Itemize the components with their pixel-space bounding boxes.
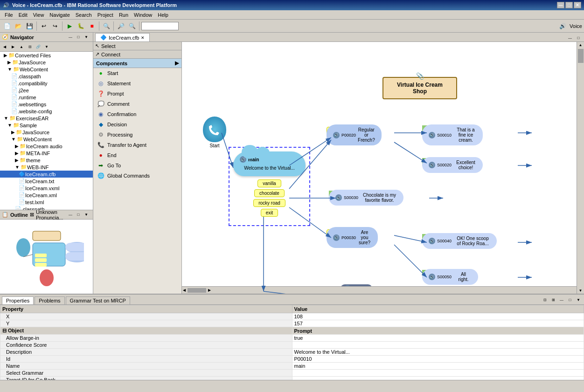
tree-item-websiteconfig-1[interactable]: 📄 .website-config: [0, 108, 93, 115]
prop-x-value[interactable]: 108: [292, 313, 584, 320]
outline-dropdown[interactable]: ▼: [83, 211, 90, 219]
s00010-node[interactable]: 🔊 S00010 That is a fine ice cream. main: [422, 124, 444, 133]
components-expand[interactable]: ▶: [175, 60, 179, 66]
save-button[interactable]: 💾: [24, 21, 35, 31]
component-start[interactable]: ● Start: [93, 68, 181, 78]
props-maximize[interactable]: □: [566, 296, 574, 303]
tree-item-icecream-cfb[interactable]: 🔷 IceCream.cfb: [0, 171, 93, 178]
nav-link[interactable]: 🔗: [35, 43, 42, 50]
outline-minimize[interactable]: —: [67, 211, 74, 219]
main-canvas[interactable]: ▲ ▼: [182, 42, 584, 294]
tree-item-sample[interactable]: ▼ 📁 Sample: [0, 122, 93, 129]
props-icon2[interactable]: ⊞: [549, 296, 557, 303]
hscrollbar-thumb[interactable]: [188, 288, 206, 293]
undo-button[interactable]: ↩: [39, 21, 49, 31]
s00040-node[interactable]: 🔊 S00040 OK! One scoop of Rocky Roa... m…: [422, 233, 444, 242]
menu-window[interactable]: Window: [131, 11, 155, 19]
props-icon1[interactable]: ⊡: [541, 296, 549, 303]
editor-maximize[interactable]: □: [575, 34, 582, 41]
outline-maximize[interactable]: □: [75, 211, 82, 219]
component-decision[interactable]: ◆ Decision: [93, 119, 181, 130]
scrollbar-down[interactable]: ▼: [578, 288, 584, 294]
new-button[interactable]: 📄: [2, 21, 12, 31]
tree-item-websettings-1[interactable]: 📄 .websettings: [0, 101, 93, 108]
component-transfer[interactable]: 📞 Transfer to Agent: [93, 140, 181, 150]
prop-y-value[interactable]: 157: [292, 320, 584, 327]
stop-button[interactable]: ■: [87, 21, 97, 31]
tree-item-webcontent-2[interactable]: ▼ 📁 WebContent: [0, 136, 93, 143]
component-processing[interactable]: ⚙ Processing: [93, 130, 181, 140]
tree-item-meta-inf[interactable]: ▶ 📁 META-INF: [0, 150, 93, 157]
tree-item-icecream-xml[interactable]: 📄 IceCream.xml: [0, 192, 93, 199]
menu-project[interactable]: Project: [95, 11, 116, 19]
tree-item-test-lxml[interactable]: 📄 test.lxml: [0, 199, 93, 206]
component-confirmation[interactable]: ◉ Confirmation: [93, 109, 181, 119]
tree-item-webcontent-1[interactable]: ▼ 📁 WebContent: [0, 66, 93, 73]
debug-button[interactable]: 🐛: [76, 21, 86, 31]
editor-minimize[interactable]: —: [566, 34, 574, 41]
maximize-button[interactable]: □: [565, 2, 573, 8]
voice-button[interactable]: 🔊: [557, 21, 568, 31]
tree-item-javasource-2[interactable]: ▶ 📁 JavaSource: [0, 129, 93, 136]
tab-grammar-test[interactable]: Grammar Test on MRCP: [66, 296, 130, 304]
prop-row-id[interactable]: Id P00010: [0, 356, 584, 363]
tree-item-compat-1[interactable]: 📄 .compatibility: [0, 80, 93, 87]
prop-row-target[interactable]: Target ID for Go Back: [0, 377, 584, 380]
prop-grammar-value[interactable]: [292, 370, 584, 377]
prop-description-value[interactable]: Welcome to the Virtual...: [292, 349, 584, 356]
prop-name-value[interactable]: main: [292, 363, 584, 370]
props-minimize[interactable]: —: [558, 296, 565, 303]
tab-icecream-cfb[interactable]: 🔷 IceCream.cfb ✕: [95, 33, 150, 41]
tree-item-webinf[interactable]: ▼ 📁 WEB-INF: [0, 164, 93, 171]
menu-run[interactable]: Run: [116, 11, 131, 19]
toolbar-text-input[interactable]: [141, 22, 179, 30]
option-rocky-road[interactable]: rocky road: [253, 199, 285, 207]
option-exit[interactable]: exit: [261, 209, 278, 217]
main-prompt-node[interactable]: 🔊 main Welcome to the Virtual... vanilla…: [233, 151, 306, 217]
s00020-node[interactable]: 🔊 S00020 Excellent choice! main: [422, 157, 444, 166]
s00030-node[interactable]: 🔊 S00030 Chocolate is my favorite flavor…: [329, 190, 351, 199]
menu-edit[interactable]: Edit: [16, 11, 30, 19]
component-end[interactable]: ● End: [93, 150, 181, 160]
props-dropdown[interactable]: ▼: [575, 296, 582, 303]
scrollbar-left[interactable]: ◀: [182, 287, 187, 293]
zoom-out-button[interactable]: 🔍: [127, 21, 137, 31]
zoom-in-button[interactable]: 🔎: [116, 21, 126, 31]
prop-row-grammar[interactable]: Select Grammar: [0, 370, 584, 377]
scrollbar-up[interactable]: ▲: [578, 42, 584, 48]
tree-item-classpath-1[interactable]: 📄 .classpath: [0, 73, 93, 80]
p00030-node[interactable]: 🔊 P00030 Are you sure? yes no: [327, 227, 362, 238]
menu-search[interactable]: Search: [73, 11, 95, 19]
prop-row-confidence[interactable]: Confidence Score: [0, 342, 584, 349]
prop-row-barge[interactable]: Allow Barge-in true: [0, 335, 584, 342]
prop-target-value[interactable]: [292, 377, 584, 380]
option-chocolate[interactable]: chocolate: [254, 189, 285, 197]
component-goto[interactable]: ➡ Go To: [93, 160, 181, 171]
tab-problems[interactable]: Problems: [35, 296, 64, 304]
tab-properties[interactable]: Properties: [2, 296, 34, 304]
tree-item-j2ee-1[interactable]: 📄 .j2ee: [0, 87, 93, 94]
menu-navigate[interactable]: Navigate: [47, 11, 72, 19]
s00050-node[interactable]: 🔊 S00050 All right. main: [422, 269, 444, 278]
tree-item-icecream-txt[interactable]: 📄 IceCream.txt: [0, 178, 93, 185]
nav-dropdown[interactable]: ▼: [83, 34, 90, 41]
prop-row-name[interactable]: Name main: [0, 363, 584, 370]
nav-collapse[interactable]: ⊟: [26, 43, 34, 50]
prop-row-x[interactable]: X 108: [0, 313, 584, 320]
scrollbar-thumb[interactable]: [578, 49, 584, 63]
tree-item-javasource-1[interactable]: ▶ 📁 JavaSource: [0, 59, 93, 66]
tree-item-icecream-vxml[interactable]: 📄 IceCream.vxml: [0, 185, 93, 192]
nav-maximize[interactable]: □: [75, 34, 82, 41]
component-statement[interactable]: ◎ Statement: [93, 78, 181, 89]
start-node[interactable]: Start: [203, 117, 226, 148]
nav-up[interactable]: ▲: [18, 43, 25, 50]
nav-filter[interactable]: ▼: [43, 43, 50, 50]
minimize-button[interactable]: —: [557, 2, 564, 8]
tab-close-button[interactable]: ✕: [141, 35, 145, 40]
component-comment[interactable]: 💭 Comment: [93, 99, 181, 109]
prop-row-description[interactable]: Description Welcome to the Virtual...: [0, 349, 584, 356]
nav-forward[interactable]: ▶: [9, 43, 17, 50]
scrollbar-right[interactable]: ▶: [207, 287, 212, 293]
run-button[interactable]: ▶: [64, 21, 75, 31]
redo-button[interactable]: ↪: [50, 21, 60, 31]
